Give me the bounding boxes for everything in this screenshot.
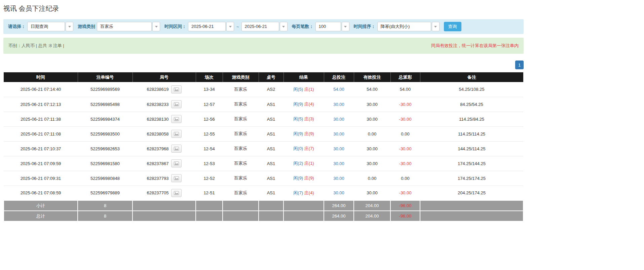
date-type-value[interactable]: 日期查询 [27, 22, 65, 31]
table-body: 2025-06-21 07:14:40 522596989569 6282386… [4, 82, 523, 200]
date-to-caret-button[interactable] [280, 22, 288, 31]
video-replay-button[interactable] [171, 174, 182, 182]
cell-round-id: 628238233 [132, 97, 196, 112]
cell-table-no: AS1 [259, 141, 283, 156]
search-button[interactable]: 查询 [444, 22, 461, 31]
result-banker: 庄(1) [304, 161, 314, 166]
game-type-value[interactable]: 百家乐 [97, 22, 152, 31]
filter-bar: 请选择： 日期查询 游戏类别 百家乐 时间区间： 2025-06-21 ~ 20… [3, 19, 524, 34]
date-to-value[interactable]: 2025-06-21 [241, 22, 279, 31]
cell-session: 12-51 [196, 186, 223, 200]
cell-payout: -30.00 [390, 156, 420, 171]
total-bet-link[interactable]: 30.00 [324, 141, 354, 156]
total-bet-link[interactable]: 54.00 [324, 82, 354, 97]
total-bet-link[interactable]: 30.00 [324, 126, 354, 141]
header-table-no: 桌号 [259, 72, 283, 82]
cell-remark: 114.25/84.25 [420, 112, 523, 126]
total-bet-link[interactable]: 30.00 [324, 97, 354, 112]
total-bet-link[interactable]: 30.00 [324, 171, 354, 186]
sort-value[interactable]: 降幂(由大到小) [377, 22, 431, 31]
video-replay-button[interactable] [171, 85, 182, 93]
table-row: 2025-06-21 07:08:59 522596979889 6282377… [4, 186, 523, 200]
video-replay-button[interactable] [171, 130, 182, 138]
page-size-caret-button[interactable] [342, 22, 349, 31]
cell-session: 12-56 [196, 112, 223, 126]
bet-records-table: 时间 注单编号 局号 场次 游戏类别 桌号 结果 总投注 有效投注 总派彩 备注… [3, 72, 524, 222]
cell-bet-id: 522596985498 [78, 97, 132, 112]
table-row: 2025-06-21 07:09:59 522596981580 6282378… [4, 156, 523, 171]
cell-round-id: 628237705 [132, 186, 196, 200]
cell-table-no: AS2 [259, 82, 283, 97]
result-player: 闲(0) [293, 146, 303, 151]
cell-game-type: 百家乐 [223, 126, 259, 141]
summary-currency-count: 币别：人民币 | 总共 :8 注单 | [8, 43, 64, 49]
cell-table-no: AS1 [259, 156, 283, 171]
cell-time: 2025-06-21 07:11:08 [4, 126, 78, 141]
sort-caret-button[interactable] [432, 22, 440, 31]
cell-table-no: AS1 [259, 112, 283, 126]
cell-time: 2025-06-21 07:11:38 [4, 112, 78, 126]
date-from-value[interactable]: 2025-06-21 [188, 22, 226, 31]
date-from-caret-button[interactable] [226, 22, 234, 31]
cell-round-id: 628237867 [132, 156, 196, 171]
cell-session: 12-55 [196, 126, 223, 141]
result-banker: 庄(4) [304, 102, 314, 107]
cell-remark: 114.25/114.25 [420, 126, 523, 141]
video-replay-icon [174, 117, 179, 121]
cell-bet-id: 522596979889 [78, 186, 132, 200]
header-remark: 备注 [420, 72, 523, 82]
cell-bet-id: 522596984374 [78, 112, 132, 126]
subtotal-count: 8 [78, 200, 132, 211]
cell-result: 闲(2) 庄(1) [283, 156, 324, 171]
video-replay-icon [174, 102, 179, 106]
subtotal-total-bet: 264.00 [324, 200, 354, 211]
video-replay-button[interactable] [171, 159, 182, 167]
cell-valid-bet: 30.00 [354, 156, 390, 171]
subtotal-valid-bet: 204.00 [354, 200, 390, 211]
header-time: 时间 [4, 72, 78, 82]
video-replay-icon [174, 161, 179, 165]
grand-total-count: 8 [78, 211, 132, 221]
round-id-text: 628237867 [147, 161, 168, 166]
subtotal-row: 小计 8 264.00 204.00 -96.00 [4, 200, 523, 211]
date-type-caret-button[interactable] [66, 22, 73, 31]
round-id-text: 628237705 [147, 190, 168, 195]
page-number-button[interactable]: 1 [515, 61, 524, 69]
total-bet-link[interactable]: 30.00 [324, 186, 354, 200]
header-valid-bet: 有效投注 [354, 72, 390, 82]
cell-time: 2025-06-21 07:09:31 [4, 171, 78, 186]
cell-valid-bet: 0.00 [354, 171, 390, 186]
cell-valid-bet: 30.00 [354, 112, 390, 126]
grand-total-row: 总计 8 264.00 204.00 -96.00 [4, 211, 523, 221]
page-title: 视讯 会员下注纪录 [3, 4, 524, 13]
header-total-bet: 总投注 [324, 72, 354, 82]
result-banker: 庄(9) [304, 176, 314, 181]
cell-session: 12-54 [196, 141, 223, 156]
cell-valid-bet: 30.00 [354, 141, 390, 156]
cell-bet-id: 522596983500 [78, 126, 132, 141]
cell-payout: -30.00 [390, 97, 420, 112]
cell-game-type: 百家乐 [223, 112, 259, 126]
cell-game-type: 百家乐 [223, 82, 259, 97]
result-banker: 庄(4) [304, 190, 314, 195]
result-player: 闲(5) [293, 116, 303, 121]
video-replay-button[interactable] [171, 100, 182, 108]
total-bet-link[interactable]: 30.00 [324, 156, 354, 171]
cell-game-type: 百家乐 [223, 186, 259, 200]
cell-remark: 174.25/144.25 [420, 156, 523, 171]
chevron-down-icon [434, 26, 437, 28]
total-bet-link[interactable]: 30.00 [324, 112, 354, 126]
cell-payout: 0.00 [390, 126, 420, 141]
video-replay-button[interactable] [171, 145, 182, 153]
video-replay-button[interactable] [171, 115, 182, 123]
table-row: 2025-06-21 07:11:08 522596983500 6282380… [4, 126, 523, 141]
video-replay-button[interactable] [171, 189, 182, 197]
video-replay-icon [174, 147, 179, 151]
cell-game-type: 百家乐 [223, 156, 259, 171]
round-id-text: 628238233 [147, 102, 168, 107]
subtotal-label: 小计 [4, 200, 78, 211]
game-type-caret-button[interactable] [152, 22, 160, 31]
cell-valid-bet: 30.00 [354, 97, 390, 112]
cell-valid-bet: 30.00 [354, 186, 390, 200]
page-size-value[interactable]: 100 [315, 22, 341, 31]
